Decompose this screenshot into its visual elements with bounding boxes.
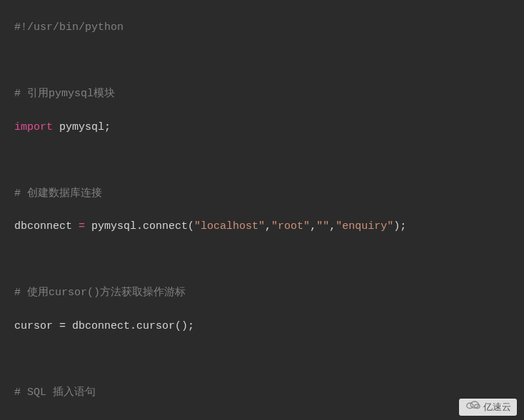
code-line: sql = """INSERT INTO demo(name) VALUES (…	[6, 417, 524, 420]
watermark: 亿速云	[459, 399, 517, 416]
blank-line	[6, 53, 524, 69]
string-literal: "enquiry"	[336, 220, 393, 232]
blank-line	[6, 152, 524, 168]
comma: ,	[329, 220, 336, 232]
code-line: # 引用pymysql模块	[6, 86, 524, 102]
code-line: # 使用cursor()方法获取操作游标	[6, 285, 524, 301]
code-editor: #!/usr/bin/python # 引用pymysql模块 import p…	[0, 0, 524, 420]
code-line: dbconnect = pymysql.connect("localhost",…	[6, 218, 524, 235]
code-line: # 创建数据库连接	[6, 185, 524, 202]
comment: # SQL 插入语句	[14, 386, 96, 399]
cloud-icon	[465, 400, 480, 414]
comma: ,	[310, 220, 316, 232]
code-line: cursor = dbconnect.cursor();	[6, 318, 524, 334]
module-name: pymysql;	[53, 121, 111, 133]
comma: ,	[265, 220, 271, 232]
blank-line	[6, 252, 524, 268]
code-line: # SQL 插入语句	[6, 384, 524, 401]
operator-eq: =	[79, 220, 85, 232]
code-line: #!/usr/bin/python	[6, 19, 524, 36]
comment: # 使用cursor()方法获取操作游标	[14, 287, 186, 299]
watermark-text: 亿速云	[483, 400, 511, 414]
blank-line	[6, 351, 524, 367]
identifier: dbconnect	[14, 220, 79, 232]
line-end: );	[393, 220, 406, 232]
code-line: import pymysql;	[6, 119, 524, 135]
string-literal: "root"	[271, 220, 310, 232]
call: pymysql.connect(	[85, 220, 194, 232]
string-literal: "localhost"	[194, 220, 265, 232]
statement: cursor = dbconnect.cursor();	[14, 320, 194, 332]
comment: # 创建数据库连接	[14, 188, 102, 200]
comment: # 引用pymysql模块	[14, 88, 115, 100]
keyword-import: import	[14, 121, 53, 133]
shebang: #!/usr/bin/python	[14, 21, 124, 34]
string-literal: ""	[316, 220, 329, 232]
